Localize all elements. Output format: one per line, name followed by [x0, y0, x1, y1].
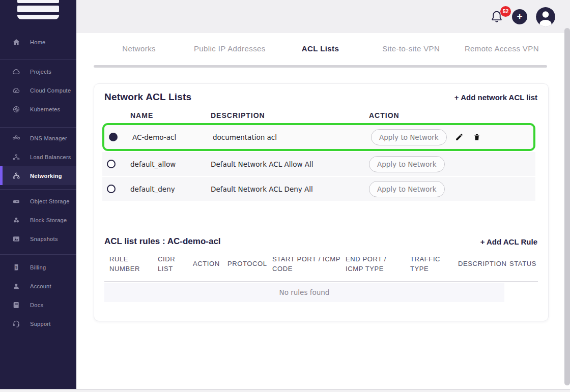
page: Home Projects Cloud Compute Kubernetes: [0, 0, 570, 392]
networking-tabs: Networks Public IP Addresses ACL Lists S…: [94, 33, 547, 64]
sidebar-item-snapshots[interactable]: Snapshots: [0, 229, 76, 248]
column-header-cidr-list: CIDR LIST: [158, 255, 193, 274]
avatar-icon: [536, 7, 555, 26]
sidebar-item-kubernetes[interactable]: Kubernetes: [0, 100, 76, 118]
acl-name: default_deny: [130, 185, 211, 193]
block-cluster-icon: [12, 216, 20, 224]
dns-nodes-icon: [12, 134, 20, 142]
sidebar-item-label: Projects: [30, 69, 51, 75]
sidebar-nav: Home Projects Cloud Compute Kubernetes: [0, 0, 76, 333]
notification-badge: 52: [500, 6, 511, 17]
user-avatar[interactable]: [536, 7, 555, 26]
acl-name: AC-demo-acl: [132, 133, 213, 141]
column-header-start-port: START PORT / ICMP CODE: [272, 255, 346, 274]
sidebar-item-label: Cloud Compute: [30, 87, 71, 94]
sidebar-item-label: Support: [30, 321, 51, 327]
vertical-scrollbar[interactable]: [564, 28, 570, 385]
sidebar-item-label: Kubernetes: [30, 106, 60, 112]
acl-table-header: NAME DESCRIPTION ACTION: [102, 110, 535, 121]
sidebar-item-block-storage[interactable]: Block Storage: [0, 210, 76, 229]
load-balancer-icon: [12, 153, 20, 161]
empty-state-row: No rules found: [104, 283, 504, 302]
sidebar-item-label: Home: [30, 39, 46, 45]
image-icon: [12, 235, 20, 243]
apply-to-network-button[interactable]: Apply to Network: [369, 156, 445, 172]
acl-lists-table: NAME DESCRIPTION ACTION AC-demo-acl docu…: [102, 110, 535, 201]
acl-card: Network ACL Lists + Add network ACL list…: [94, 83, 549, 321]
sidebar-item-networking[interactable]: Networking: [0, 166, 76, 185]
column-header-action: ACTION: [193, 259, 227, 269]
sidebar-item-projects[interactable]: Projects: [0, 62, 76, 81]
network-tree-icon: [12, 172, 20, 180]
kubernetes-wheel-icon: [12, 105, 20, 113]
sidebar-item-load-balancers[interactable]: Load Balancers: [0, 147, 76, 166]
tab-networks[interactable]: Networks: [94, 33, 184, 64]
sidebar-item-label: DNS Manager: [30, 135, 67, 141]
sidebar-item-label: Object Storage: [30, 198, 70, 204]
headset-icon: [12, 320, 20, 328]
column-header-description: DESCRIPTION: [458, 259, 509, 269]
server-box-icon: [12, 197, 20, 205]
tab-remote-access-vpn[interactable]: Remote Access VPN: [457, 33, 547, 64]
apply-to-network-button[interactable]: Apply to Network: [371, 129, 447, 145]
tab-acl-lists[interactable]: ACL Lists: [275, 33, 365, 64]
sidebar-item-label: Load Balancers: [30, 154, 71, 160]
acl-radio-selected[interactable]: [109, 133, 118, 141]
person-icon: [12, 282, 20, 290]
sidebar-item-cloud-compute[interactable]: Cloud Compute: [0, 81, 76, 100]
add-new-button[interactable]: +: [512, 9, 527, 24]
rules-header-divider: [104, 281, 538, 282]
book-icon: [12, 301, 20, 309]
sidebar-item-account[interactable]: Account: [0, 277, 76, 295]
sidebar-item-billing[interactable]: $ Billing: [0, 258, 76, 277]
sidebar-item-docs[interactable]: Docs: [0, 295, 76, 314]
highlight-box: AC-demo-acl documentation acl Apply to N…: [102, 123, 535, 151]
column-header-description: DESCRIPTION: [211, 111, 369, 119]
sidebar-item-dns-manager[interactable]: DNS Manager: [0, 129, 76, 147]
sidebar-item-label: Networking: [30, 173, 62, 179]
bottom-scrollbar-track: [0, 389, 570, 392]
sidebar-item-support[interactable]: Support: [0, 314, 76, 333]
sidebar-item-object-storage[interactable]: Object Storage: [0, 192, 76, 210]
cloud-icon: [12, 68, 20, 76]
sidebar: Home Projects Cloud Compute Kubernetes: [0, 0, 76, 389]
add-network-acl-list-button[interactable]: + Add network ACL list: [454, 93, 537, 102]
table-row: default_allow Default Network ACL Allow …: [102, 152, 535, 176]
acl-description: documentation acl: [213, 133, 371, 141]
sidebar-item-label: Account: [30, 283, 51, 289]
acl-rules-title: ACL list rules : AC-demo-acl: [104, 236, 221, 247]
column-header-end-port: END PORT / ICMP TYPE: [346, 255, 410, 274]
sidebar-item-label: Billing: [30, 264, 46, 270]
sidebar-item-home[interactable]: Home: [0, 33, 76, 51]
acl-description: Default Network ACL Deny All: [211, 185, 369, 193]
sidebar-item-label: Block Storage: [30, 217, 67, 223]
column-header-traffic-type: TRAFFIC TYPE: [410, 255, 458, 274]
acl-description: Default Network ACL Allow All: [211, 160, 369, 168]
delete-trash-icon[interactable]: [472, 133, 481, 142]
acl-lists-title: Network ACL Lists: [104, 92, 191, 103]
acl-rules-table-header: RULE NUMBER CIDR LIST ACTION PROTOCOL ST…: [109, 255, 538, 274]
tab-site-to-site-vpn[interactable]: Site-to-site VPN: [366, 33, 457, 64]
tab-underline-track: [94, 65, 547, 68]
tab-public-ip-addresses[interactable]: Public IP Addresses: [184, 33, 275, 64]
cloud-compute-icon: [12, 86, 20, 95]
column-header-protocol: PROTOCOL: [227, 259, 272, 269]
column-header-action: ACTION: [369, 111, 535, 119]
notifications-button[interactable]: 52: [490, 10, 503, 24]
home-icon: [12, 38, 20, 46]
column-header-rule-number: RULE NUMBER: [109, 255, 158, 274]
column-header-name: NAME: [130, 111, 211, 119]
table-row: AC-demo-acl documentation acl Apply to N…: [104, 125, 533, 149]
acl-radio[interactable]: [107, 185, 116, 193]
svg-text:$: $: [15, 265, 17, 269]
topbar: 52 +: [76, 0, 570, 33]
sidebar-item-label: Snapshots: [30, 236, 58, 242]
apply-to-network-button[interactable]: Apply to Network: [369, 181, 445, 197]
plus-icon: +: [517, 11, 522, 21]
sidebar-item-label: Docs: [30, 302, 43, 308]
edit-pencil-icon[interactable]: [455, 133, 464, 142]
acl-radio[interactable]: [107, 160, 116, 168]
table-row: default_deny Default Network ACL Deny Al…: [102, 177, 535, 201]
add-acl-rule-button[interactable]: + Add ACL Rule: [480, 237, 537, 246]
receipt-dollar-icon: $: [12, 263, 20, 272]
